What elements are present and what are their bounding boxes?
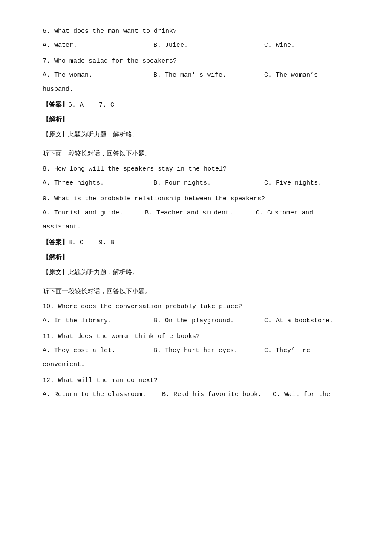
q9-option-b: B. Teacher and student. [145, 207, 251, 219]
answer-block-6-7: 【答案】6. A 7. C [43, 99, 358, 111]
q11-options: A. They cost a lot. B. They hurt her eye… [43, 345, 358, 356]
answer-values-6-7: 6. A 7. C [68, 101, 114, 109]
question-7: 7. Who made salad for the speakers? [43, 55, 358, 67]
q7-option-a: A. The woman. [43, 69, 149, 81]
q9-option-c-continued: assistant. [43, 221, 358, 233]
question-6: 6. What does the man want to drink? [43, 26, 358, 37]
q6-option-c: C. Wine. [264, 40, 349, 51]
q7-option-b: B. The man' s wife. [153, 69, 260, 81]
q8-option-a: A. Three nights. [43, 177, 149, 189]
answer-block-8-9: 【答案】8. C 9. B [43, 237, 358, 249]
q12-option-a: A. Return to the classroom. [43, 389, 158, 400]
q8-option-b: B. Four nights. [153, 177, 260, 189]
q7-option-c: C. The woman’s [264, 69, 349, 81]
q7-options: A. The woman. B. The man' s wife. C. The… [43, 69, 358, 81]
q11-option-a: A. They cost a lot. [43, 345, 149, 356]
q12-options: A. Return to the classroom. B. Read his … [43, 389, 358, 400]
q9-option-a: A. Tourist and guide. [43, 207, 141, 219]
q6-option-b: B. Juice. [153, 40, 260, 51]
q8-option-c: C. Five nights. [264, 177, 349, 189]
q10-option-a: A. In the library. [43, 315, 149, 327]
page-content: 6. What does the man want to drink? A. W… [43, 26, 358, 400]
q9-option-c: C. Customer and [256, 207, 341, 219]
original-label-1: 【原文】此题为听力题，解析略。 [43, 129, 358, 141]
q12-option-c: C. Wait for the [273, 389, 358, 400]
answer-values-8-9: 8. C 9. B [68, 239, 114, 246]
answer-label-6-7: 【答案】 [43, 101, 68, 109]
q6-option-a: A. Water. [43, 40, 149, 51]
q6-options: A. Water. B. Juice. C. Wine. [43, 40, 358, 51]
analysis-label-2: 【解析】 [43, 252, 358, 263]
q10-options: A. In the library. B. On the playground.… [43, 315, 358, 327]
q12-option-b: B. Read his favorite book. [162, 389, 268, 400]
q9-options: A. Tourist and guide. B. Teacher and stu… [43, 207, 358, 219]
analysis-label-1: 【解析】 [43, 114, 358, 126]
answer-label-8-9: 【答案】 [43, 239, 68, 246]
section-title-2: 听下面一段较长对话，回答以下小题。 [43, 286, 358, 298]
question-8: 8. How long will the speakers stay in th… [43, 163, 358, 175]
q8-options: A. Three nights. B. Four nights. C. Five… [43, 177, 358, 189]
q11-option-b: B. They hurt her eyes. [153, 345, 260, 356]
question-9: 9. What is the probable relationship bet… [43, 193, 358, 205]
question-10: 10. Where does the conversation probably… [43, 301, 358, 312]
q7-option-c-continued: husband. [43, 84, 358, 95]
q11-option-c: C. They’ re [264, 345, 349, 356]
question-12: 12. What will the man do next? [43, 375, 358, 386]
q11-option-c-continued: convenient. [43, 359, 358, 370]
section-title-1: 听下面一段较长对话，回答以下小题。 [43, 148, 358, 160]
original-label-2: 【原文】此题为听力题，解析略。 [43, 267, 358, 278]
q10-option-b: B. On the playground. [153, 315, 260, 327]
q10-option-c: C. At a bookstore. [264, 315, 349, 327]
question-11: 11. What does the woman think of e books… [43, 331, 358, 342]
